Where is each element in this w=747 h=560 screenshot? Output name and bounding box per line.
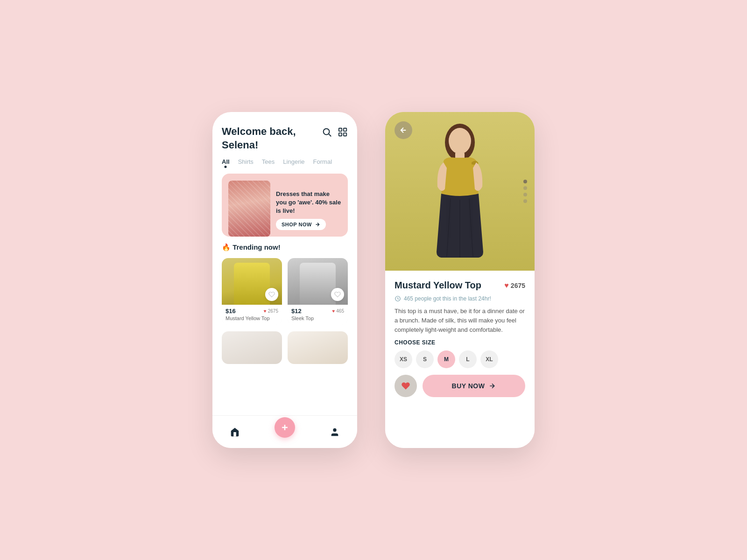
fab-button[interactable]	[275, 417, 295, 438]
grid-icon[interactable]	[338, 127, 348, 137]
heart-filled-icon	[401, 381, 410, 391]
bottom-nav	[212, 415, 357, 448]
product-description: This top is a must have, be it for a din…	[395, 307, 525, 335]
product-hero-image	[385, 112, 535, 271]
product-image-1	[222, 258, 282, 305]
size-s[interactable]: S	[416, 350, 434, 368]
svg-point-0	[324, 129, 330, 135]
buy-arrow-icon	[488, 382, 496, 390]
product-name-1: Mustard Yellow Top	[226, 315, 278, 321]
product-price-1: $16	[226, 308, 236, 315]
tab-tees[interactable]: Tees	[262, 158, 275, 167]
dot-2[interactable]	[523, 186, 527, 190]
left-phone: Welcome back, Selena! All Shirts Tees Li…	[212, 112, 357, 448]
like-count-2: ♥ 465	[332, 308, 344, 314]
heart-outline-icon-2	[334, 291, 341, 298]
preview-row	[222, 331, 348, 364]
tab-lingerie[interactable]: Lingerie	[283, 158, 304, 167]
tab-shirts[interactable]: Shirts	[238, 158, 254, 167]
header: Welcome back, Selena!	[222, 125, 348, 152]
hero-model-figure	[418, 121, 502, 271]
size-xl[interactable]: XL	[480, 350, 498, 368]
buy-row: BUY NOW	[395, 375, 525, 397]
product-card-2[interactable]: $12 ♥ 465 Sleek Top	[288, 258, 348, 325]
profile-nav-btn[interactable]	[330, 427, 340, 437]
back-button[interactable]	[395, 121, 412, 139]
buy-now-button[interactable]: BUY NOW	[423, 375, 525, 397]
product-detail: Mustard Yellow Top ♥ 2675 465 people got…	[385, 271, 535, 448]
wishlist-btn-1[interactable]	[265, 288, 278, 301]
banner-model-image	[228, 181, 270, 237]
product-grid: $16 ♥ 2675 Mustard Yellow Top	[222, 258, 348, 325]
title-likes-row: Mustard Yellow Top ♥ 2675	[395, 280, 525, 291]
svg-rect-4	[339, 133, 342, 136]
banner-headline: Dresses that make you go 'awe'. 40% sale…	[276, 190, 341, 216]
home-nav-btn[interactable]	[230, 427, 240, 437]
product-title: Mustard Yellow Top	[395, 280, 481, 291]
tab-all[interactable]: All	[222, 158, 230, 167]
product-price-2: $12	[291, 308, 302, 315]
promo-banner: Dresses that make you go 'awe'. 40% sale…	[222, 174, 348, 237]
detail-wishlist-button[interactable]	[395, 375, 417, 397]
product-info-2: $12 ♥ 465 Sleek Top	[288, 305, 348, 325]
svg-point-9	[333, 428, 336, 431]
svg-rect-2	[339, 128, 342, 131]
right-phone: Mustard Yellow Top ♥ 2675 465 people got…	[385, 112, 535, 448]
svg-rect-5	[344, 133, 346, 136]
size-section-label: CHOOSE SIZE	[395, 339, 525, 346]
preview-card-2[interactable]	[288, 331, 348, 364]
header-icons	[322, 127, 348, 137]
arrow-right-icon	[315, 222, 320, 227]
image-dots-nav	[523, 180, 527, 203]
svg-line-1	[329, 134, 331, 136]
home-icon	[230, 427, 240, 437]
preview-card-1[interactable]	[222, 331, 282, 364]
profile-icon	[330, 427, 340, 437]
product-info-1: $16 ♥ 2675 Mustard Yellow Top	[222, 305, 282, 325]
dot-3[interactable]	[523, 193, 527, 196]
size-options: XS S M L XL	[395, 350, 525, 368]
search-icon[interactable]	[322, 127, 332, 137]
svg-rect-3	[344, 128, 346, 131]
dot-1[interactable]	[523, 180, 527, 183]
category-tabs: All Shirts Tees Lingerie Formal	[222, 158, 348, 167]
model-svg	[418, 121, 502, 271]
like-count-1: ♥ 2675	[264, 308, 278, 314]
shop-now-button[interactable]: SHOP NOW	[276, 219, 326, 230]
heart-outline-icon-1	[268, 291, 275, 298]
product-name-2: Sleek Top	[291, 315, 344, 321]
size-l[interactable]: L	[459, 350, 477, 368]
product-image-2	[288, 258, 348, 305]
size-m[interactable]: M	[437, 350, 455, 368]
svg-point-12	[449, 128, 471, 154]
clock-icon	[395, 295, 401, 302]
product-likes: ♥ 2675	[504, 281, 525, 290]
urgency-indicator: 465 people got this in the last 24hr!	[395, 295, 525, 302]
dot-4[interactable]	[523, 199, 527, 203]
plus-icon	[280, 423, 289, 432]
trending-label: 🔥 Trending now!	[222, 243, 348, 252]
banner-text: Dresses that make you go 'awe'. 40% sale…	[270, 190, 341, 237]
welcome-title: Welcome back, Selena!	[222, 125, 296, 152]
arrow-left-icon	[399, 126, 408, 134]
tab-formal[interactable]: Formal	[313, 158, 332, 167]
wishlist-btn-2[interactable]	[331, 288, 344, 301]
product-card-1[interactable]: $16 ♥ 2675 Mustard Yellow Top	[222, 258, 282, 325]
size-xs[interactable]: XS	[395, 350, 412, 368]
